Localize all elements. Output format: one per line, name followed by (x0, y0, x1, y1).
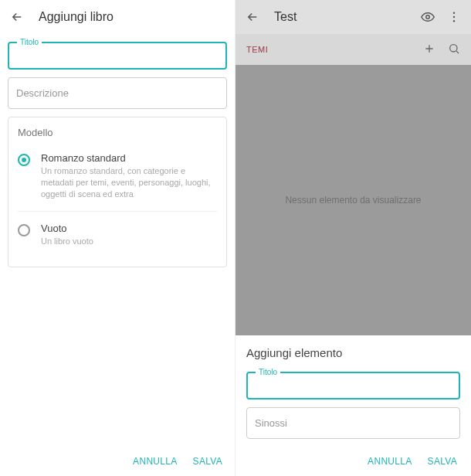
svg-point-1 (453, 12, 455, 14)
sheet-title: Aggiungi elemento (246, 346, 460, 359)
svg-point-4 (450, 45, 457, 52)
title-input[interactable]: Titolo (8, 42, 227, 70)
footer: ANNULLA SALVA (0, 447, 235, 476)
save-button[interactable]: SALVA (428, 456, 457, 467)
model-card: Modello Romanzo standard Un romanzo stan… (8, 117, 227, 267)
model-option-desc: Un libro vuoto (41, 236, 217, 247)
svg-point-0 (426, 15, 430, 19)
model-option-standard[interactable]: Romanzo standard Un romanzo standard, co… (18, 148, 217, 211)
synopsis-input[interactable]: Sinossi (246, 407, 460, 439)
model-option-title: Romanzo standard (41, 152, 217, 164)
empty-state: Nessun elemento da visualizzare (235, 65, 471, 335)
element-title-input[interactable]: Titolo (246, 372, 460, 400)
description-input[interactable]: Descrizione (8, 77, 227, 109)
sheet-footer: ANNULLA SALVA (246, 447, 460, 476)
back-icon[interactable] (9, 9, 25, 25)
search-icon[interactable] (448, 42, 460, 56)
model-heading: Modello (18, 127, 217, 138)
themes-label: TEMI (246, 45, 268, 54)
test-panel: Test TEMI Nessun elemento da visualizzar… (235, 0, 471, 476)
add-book-panel: Aggiungi libro Titolo Descrizione Modell… (0, 0, 235, 476)
appbar: Aggiungi libro (0, 0, 235, 34)
model-option-title: Vuoto (41, 223, 217, 234)
appbar-title: Aggiungi libro (39, 10, 225, 24)
title-input-label: Titolo (17, 38, 42, 46)
model-option-empty[interactable]: Vuoto Un libro vuoto (18, 211, 217, 258)
cancel-button[interactable]: ANNULLA (133, 456, 177, 467)
appbar: Test (235, 0, 471, 34)
svg-point-3 (453, 20, 455, 22)
element-title-label: Titolo (256, 368, 280, 376)
save-button[interactable]: SALVA (193, 456, 222, 467)
cancel-button[interactable]: ANNULLA (368, 456, 412, 467)
visibility-icon[interactable] (420, 9, 435, 25)
back-icon[interactable] (245, 9, 260, 25)
model-option-desc: Un romanzo standard, con categorie e met… (41, 165, 217, 200)
radio-icon[interactable] (18, 154, 30, 166)
synopsis-placeholder: Sinossi (255, 417, 287, 429)
empty-text: Nessun elemento da visualizzare (285, 195, 421, 206)
content: Titolo Descrizione Modello Romanzo stand… (0, 34, 235, 447)
add-icon[interactable] (423, 42, 435, 56)
more-icon[interactable] (446, 9, 462, 25)
appbar-title: Test (274, 10, 406, 24)
description-placeholder: Descrizione (16, 87, 69, 99)
add-element-sheet: Aggiungi elemento Titolo Sinossi ANNULLA… (235, 335, 471, 476)
svg-point-2 (453, 16, 455, 18)
radio-icon[interactable] (18, 224, 30, 236)
themes-bar: TEMI (235, 34, 471, 65)
